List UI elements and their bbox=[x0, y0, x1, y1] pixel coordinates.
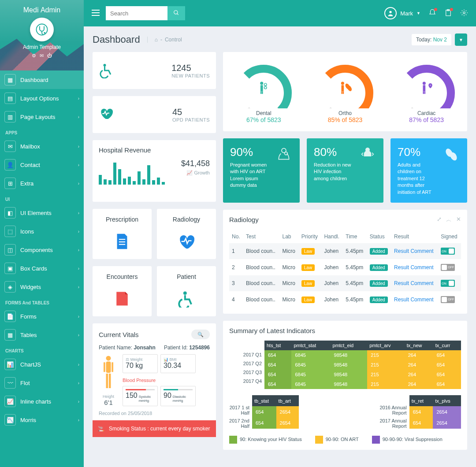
collapse-icon[interactable]: ︿ bbox=[446, 216, 452, 224]
svg-point-6 bbox=[463, 11, 465, 14]
notifications-icon[interactable] bbox=[428, 9, 436, 18]
revenue-amount: $41,458 bbox=[181, 159, 210, 168]
signed-toggle[interactable]: ON bbox=[441, 280, 455, 287]
wheelchair-icon bbox=[99, 63, 115, 78]
svg-rect-13 bbox=[106, 362, 111, 373]
nav-item-morris[interactable]: 📉Morris› bbox=[0, 411, 84, 429]
search-input[interactable] bbox=[106, 6, 167, 20]
revenue-card: Hospital Revenue $41,458 📈Growth bbox=[93, 140, 216, 202]
nav-item-flot[interactable]: 〰Flot› bbox=[0, 374, 84, 392]
nav-item-widgets[interactable]: ◈Widgets› bbox=[0, 278, 84, 296]
mini-encounters[interactable]: Encounters bbox=[93, 266, 152, 316]
date-dropdown[interactable]: ▼ bbox=[455, 33, 467, 46]
search-icon bbox=[173, 10, 179, 16]
nav-section-ui: UI bbox=[0, 193, 84, 204]
chevron-right-icon: › bbox=[78, 333, 79, 337]
nav-item-ui-elements[interactable]: ◧UI Elements› bbox=[0, 204, 84, 222]
nav-item-dashboard[interactable]: ▦Dashboard bbox=[0, 70, 84, 89]
svg-rect-39 bbox=[423, 85, 425, 91]
nav-icon: ◫ bbox=[4, 244, 16, 256]
result-link[interactable]: Result Comment bbox=[394, 248, 433, 254]
gauge-row: +− Dental 67% of 5823 Ortho 85% of 5823 … bbox=[223, 52, 467, 131]
nav-item-inline-charts[interactable]: 📈Inline charts› bbox=[0, 392, 84, 411]
signed-toggle[interactable]: OFF bbox=[441, 296, 455, 303]
nav-icon: ▣ bbox=[4, 263, 16, 274]
nav-item-icons[interactable]: ⬚Icons› bbox=[0, 222, 84, 241]
chevron-right-icon: › bbox=[78, 248, 79, 252]
mini-radiology[interactable]: Radiology bbox=[157, 209, 216, 259]
chevron-right-icon: › bbox=[78, 96, 79, 101]
svg-rect-40 bbox=[423, 92, 424, 94]
svg-rect-31 bbox=[341, 85, 344, 91]
nav-icon: 👤 bbox=[4, 159, 16, 170]
legend-item: 90-90: ON ART bbox=[315, 436, 359, 444]
expand-icon[interactable]: ⤢ bbox=[437, 216, 442, 224]
signed-toggle[interactable]: OFF bbox=[441, 264, 455, 271]
svg-point-2 bbox=[174, 10, 178, 14]
svg-rect-21 bbox=[260, 85, 263, 91]
nav-section-forms: FORMS And TABLES bbox=[0, 296, 84, 307]
radiology-card: Radiology ⤢ ︿ ✕ No.TestLabPriorityHandl.… bbox=[223, 210, 467, 314]
nav-item-chartjs[interactable]: 📊ChartJS› bbox=[0, 355, 84, 374]
legend-item: 90-90-90: Viral Suppression bbox=[372, 436, 443, 444]
nav-item-tables[interactable]: ▦Tables› bbox=[0, 326, 84, 344]
result-link[interactable]: Result Comment bbox=[394, 280, 433, 286]
table-row: 2Blood coun..MicroLawJohen5.45pmAddedRes… bbox=[229, 259, 461, 275]
settings-icon[interactable]: ⚙ bbox=[32, 53, 36, 59]
mini-patient[interactable]: Patient bbox=[157, 266, 216, 316]
svg-point-12 bbox=[106, 356, 111, 361]
result-link[interactable]: Result Comment bbox=[394, 297, 433, 303]
nav-icon: 📈 bbox=[4, 396, 16, 407]
nav-item-forms[interactable]: 📄Forms› bbox=[0, 307, 84, 326]
nav-item-components[interactable]: ◫Components› bbox=[0, 241, 84, 259]
svg-point-38 bbox=[422, 82, 425, 85]
nav-icon: 📄 bbox=[4, 311, 16, 322]
search bbox=[106, 6, 185, 20]
nav-item-contact[interactable]: 👤Contact› bbox=[0, 156, 84, 174]
sidebar-hero: Medi Admin Admin Template ⚙ ✉ ⏻ bbox=[0, 0, 84, 70]
legend-item: 90: Knowing your HIV Status bbox=[229, 436, 302, 444]
menu-toggle-icon[interactable] bbox=[92, 10, 100, 17]
topbar: Mark ▼ bbox=[84, 0, 476, 26]
nav-section-charts: CHARTS bbox=[0, 344, 84, 355]
chevron-right-icon: › bbox=[78, 381, 79, 385]
heartbeat-icon bbox=[99, 107, 115, 122]
info-tile-0: 90%Pregnant women with HIV on ART Lorem … bbox=[223, 138, 300, 203]
vitals-search[interactable]: 🔍 bbox=[191, 330, 210, 339]
mail-icon[interactable]: ✉ bbox=[40, 53, 44, 59]
clipboard-icon[interactable] bbox=[444, 9, 452, 18]
nav-item-layout-options[interactable]: ▤Layout Options› bbox=[0, 89, 84, 107]
nav-icon: ◧ bbox=[4, 207, 16, 219]
trend-up-icon: 📈 bbox=[186, 170, 193, 176]
date-label: Today: Nov 2 bbox=[412, 34, 451, 45]
signed-toggle[interactable]: ON bbox=[441, 248, 455, 255]
avatar-title: Admin Template bbox=[23, 44, 61, 50]
power-icon[interactable]: ⏻ bbox=[47, 53, 52, 59]
svg-rect-8 bbox=[119, 239, 125, 240]
nav-icon: 〰 bbox=[4, 377, 16, 389]
nav-item-box-cards[interactable]: ▣Box Cards› bbox=[0, 259, 84, 278]
mini-prescription[interactable]: Prescription bbox=[93, 209, 152, 259]
svg-rect-23 bbox=[262, 92, 263, 94]
nav-item-page-layouts[interactable]: ▥Page Layouts› bbox=[0, 107, 84, 126]
chevron-right-icon: › bbox=[78, 266, 79, 271]
nav-item-extra[interactable]: ⊞Extra› bbox=[0, 174, 84, 193]
home-icon[interactable]: ⌂ bbox=[155, 37, 158, 43]
user-menu[interactable]: Mark ▼ bbox=[384, 7, 420, 19]
table-row: 4Blood coun..MicroLawJohen5.45pmAddedRes… bbox=[229, 291, 461, 308]
chevron-right-icon: › bbox=[78, 399, 79, 404]
nav-icon: ▦ bbox=[4, 74, 16, 85]
nav: ▦Dashboard▤Layout Options›▥Page Layouts›… bbox=[0, 70, 84, 467]
settings-icon[interactable] bbox=[460, 9, 468, 18]
close-icon[interactable]: ✕ bbox=[456, 216, 461, 224]
svg-point-3 bbox=[390, 11, 392, 13]
chevron-right-icon: › bbox=[78, 144, 79, 149]
search-button[interactable] bbox=[167, 6, 185, 20]
nav-icon: ▥ bbox=[4, 111, 16, 122]
svg-rect-16 bbox=[104, 362, 105, 372]
nav-item-mailbox[interactable]: ✉Mailbox› bbox=[0, 137, 84, 156]
result-link[interactable]: Result Comment bbox=[394, 264, 433, 271]
brand: Medi Admin bbox=[23, 6, 61, 14]
breadcrumb: ⌂-Control bbox=[147, 37, 182, 43]
svg-point-11 bbox=[183, 291, 187, 295]
